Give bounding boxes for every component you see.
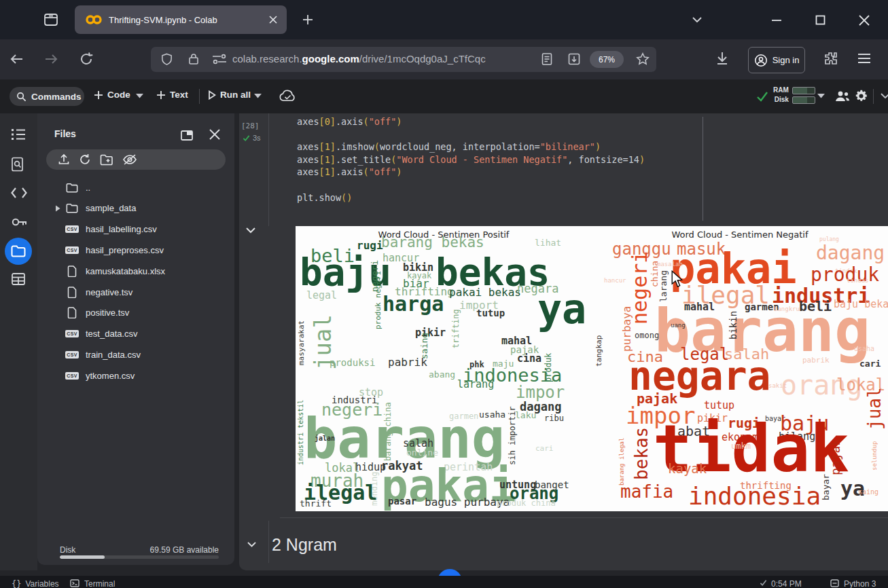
file-name: ytkomen.csv (86, 371, 135, 381)
tab-close-icon[interactable] (269, 16, 277, 24)
permissions-icon[interactable] (212, 54, 227, 65)
ram-meter (792, 87, 815, 94)
run-all-label: Run all (220, 90, 251, 100)
menu-hamburger-icon[interactable] (857, 53, 871, 64)
run-all-button[interactable]: Run all (208, 90, 251, 100)
terminal-label: Terminal (84, 579, 115, 588)
save-page-icon[interactable] (567, 52, 581, 66)
settings-gear-icon[interactable] (854, 89, 868, 103)
table-of-contents-icon[interactable] (10, 126, 26, 143)
expand-caret-icon[interactable] (55, 205, 65, 212)
code-line: plt.show() (297, 191, 645, 204)
collapse-toolbar-chevron-icon[interactable] (881, 93, 888, 99)
wordcloud-word: pakai bekas (449, 287, 521, 298)
resources-dropdown-icon[interactable] (817, 94, 825, 98)
share-people-icon[interactable] (834, 90, 851, 103)
browser-tab-bar: Thrifting-SVM.ipynb - Colab (0, 0, 888, 39)
code-editor[interactable]: axes[0].axis("off") axes[1].imshow(wordc… (297, 115, 645, 204)
code-line: axes[1].axis("off") (297, 166, 645, 179)
file-item[interactable]: CSVtrain_data.csv (37, 345, 234, 364)
file-item[interactable]: sample_data (37, 199, 234, 218)
file-item[interactable]: kamuskatabaku.xlsx (37, 261, 234, 280)
mouse-cursor (671, 270, 684, 288)
back-button[interactable] (10, 52, 24, 67)
wordcloud-negative-title: Word Cloud - Sentimen Negatif (592, 229, 888, 240)
cloud-saved-icon[interactable] (279, 88, 297, 105)
code-token: axes (297, 116, 319, 127)
variables-button[interactable]: {} Variables (12, 579, 59, 588)
downloads-icon[interactable] (715, 51, 730, 66)
sign-in-label: Sign in (772, 55, 800, 65)
wordcloud-word: saing (858, 489, 878, 496)
disk-usage-label: Disk (60, 545, 75, 555)
refresh-icon[interactable] (79, 153, 91, 166)
kernel-selector[interactable]: Python 3 (830, 579, 876, 588)
folder-icon (11, 245, 26, 257)
new-folder-icon[interactable] (100, 154, 113, 166)
output-collapse-chevron-icon[interactable] (246, 227, 255, 234)
add-text-button[interactable]: Text (156, 90, 188, 100)
table-grid-icon[interactable] (10, 271, 26, 287)
commands-button[interactable]: Commands (10, 87, 84, 106)
close-panel-icon[interactable] (209, 128, 221, 141)
zoom-level-badge[interactable]: 67% (590, 51, 624, 68)
execution-time: 3s (243, 134, 261, 142)
sign-in-button[interactable]: Sign in (748, 47, 805, 73)
firefox-view-icon[interactable] (43, 12, 59, 28)
forward-button[interactable] (43, 52, 58, 67)
window-minimize-button[interactable] (771, 19, 782, 22)
execution-count[interactable]: [28] (241, 122, 260, 130)
file-item[interactable]: positive.tsv (37, 304, 234, 323)
lock-icon[interactable] (188, 52, 200, 66)
add-code-button[interactable]: Code (94, 90, 130, 100)
find-replace-icon[interactable] (10, 156, 26, 172)
code-token: .set_title (336, 154, 391, 165)
wordcloud-word: impor (516, 384, 565, 401)
csv-badge: CSV (65, 225, 78, 233)
commands-label: Commands (31, 92, 82, 102)
upload-icon[interactable] (58, 153, 70, 166)
file-name: test_data.csv (86, 329, 138, 339)
wordcloud-word: cina (517, 354, 541, 364)
wordcloud-word: tindas (847, 278, 869, 284)
file-item[interactable]: negative.tsv (37, 282, 234, 301)
file-item[interactable]: .. (37, 178, 234, 197)
braces-icon: {} (12, 579, 21, 588)
file-item[interactable]: CSVtest_data.csv (37, 325, 234, 344)
code-snippets-icon[interactable] (10, 185, 28, 200)
resource-meter[interactable]: RAM Disk (773, 86, 815, 104)
add-code-dropdown-icon[interactable] (136, 94, 143, 98)
code-token: axes (297, 154, 319, 165)
colab-toolbar: Commands Code Text Run all RAM (0, 79, 888, 113)
terminal-button[interactable]: Terminal (70, 579, 115, 588)
run-all-dropdown-icon[interactable] (254, 94, 262, 98)
bookmark-star-icon[interactable] (636, 52, 650, 66)
extensions-puzzle-icon[interactable] (823, 51, 838, 66)
window-close-button[interactable] (859, 15, 870, 26)
section-heading[interactable]: 2 Ngram (272, 535, 337, 555)
secrets-key-icon[interactable] (10, 214, 28, 230)
tab-list-chevron-icon[interactable] (692, 16, 703, 23)
file-item[interactable]: CSVytkomen.csv (37, 366, 234, 385)
reader-mode-icon[interactable] (541, 52, 553, 66)
file-item[interactable]: CSVhasil_preproses.csv (37, 240, 234, 259)
shield-icon[interactable] (160, 53, 173, 66)
cell-bottom-border (280, 517, 888, 518)
reload-button[interactable] (79, 52, 94, 67)
disk-meter (792, 96, 815, 104)
browser-tab[interactable]: Thrifting-SVM.ipynb - Colab (75, 5, 287, 34)
wordcloud-word: cari (859, 359, 881, 368)
wordcloud-word: sakit (768, 383, 787, 389)
files-rail-item-active[interactable] (5, 238, 32, 265)
hide-hidden-files-icon[interactable] (122, 153, 137, 166)
new-tab-button[interactable] (302, 14, 314, 26)
url-text[interactable]: colab.research.google.com/drive/1mcOqdg0… (232, 53, 486, 65)
url-bar[interactable]: colab.research.google.com/drive/1mcOqdg0… (151, 47, 656, 72)
file-item[interactable]: CSVhasil_labelling.csv (37, 220, 234, 239)
code-line: axes[0].axis("off") (297, 115, 645, 128)
wordcloud-word: umkm (731, 442, 751, 450)
window-maximize-button[interactable] (815, 15, 825, 25)
section-collapse-chevron-icon[interactable] (247, 542, 256, 547)
csv-file-icon: CSV (65, 246, 79, 254)
detach-panel-icon[interactable] (180, 128, 194, 142)
